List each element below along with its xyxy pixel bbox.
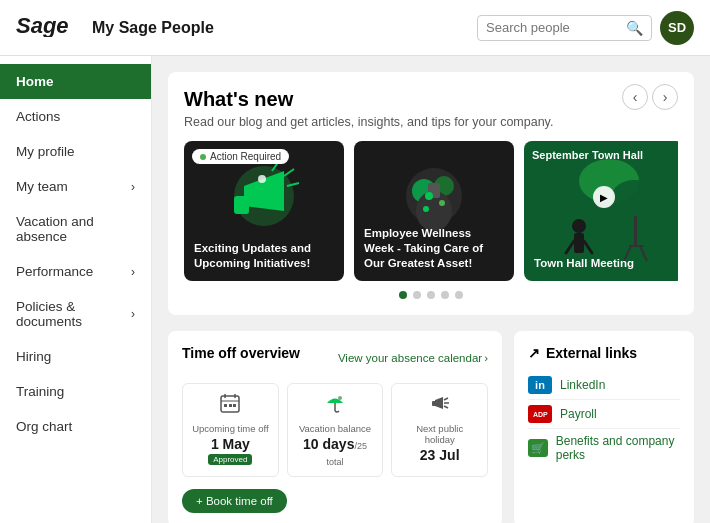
linkedin-link[interactable]: in LinkedIn (528, 371, 680, 400)
sidebar-item-orgchart[interactable]: Org chart (0, 409, 151, 444)
sidebar-item-policies[interactable]: Policies & documents › (0, 289, 151, 339)
svg-line-24 (584, 241, 592, 253)
dot-2[interactable] (413, 291, 421, 299)
svg-point-14 (425, 192, 433, 200)
sidebar-item-performance[interactable]: Performance › (0, 254, 151, 289)
sidebar-item-vacation[interactable]: Vacation and absence (0, 204, 151, 254)
svg-line-6 (284, 169, 294, 176)
play-icon[interactable]: ▶ (593, 186, 615, 208)
dot-5[interactable] (455, 291, 463, 299)
card-content-1: Exciting Updates and Upcoming Initiative… (194, 241, 334, 271)
time-off-section: Time off overview View your absence cale… (168, 331, 502, 523)
avatar[interactable]: SD (660, 11, 694, 45)
svg-rect-39 (432, 401, 436, 406)
sidebar-label-team: My team (16, 179, 68, 194)
carousel-nav: ‹ › (622, 84, 678, 110)
payroll-icon: ADP (528, 405, 552, 423)
whats-new-subtitle: Read our blog and get articles, insights… (184, 115, 553, 129)
sidebar-item-profile[interactable]: My profile (0, 134, 151, 169)
carousel-header: What's new Read our blog and get article… (184, 88, 678, 141)
svg-text:ADP: ADP (533, 411, 548, 418)
sidebar-item-home[interactable]: Home (0, 64, 151, 99)
card-item-2[interactable]: Employee Wellness Week - Taking Care of … (354, 141, 514, 281)
sidebar-label-training: Training (16, 384, 64, 399)
upcoming-value: 1 May (211, 436, 250, 452)
time-box-holiday: Next public holiday 23 Jul (391, 383, 488, 477)
svg-rect-25 (634, 216, 637, 246)
time-off-header: Time off overview View your absence cale… (182, 345, 488, 371)
dot-1[interactable] (399, 291, 407, 299)
payroll-label: Payroll (560, 407, 597, 421)
sidebar-label-home: Home (16, 74, 54, 89)
logo: Sage (16, 13, 68, 43)
view-absence-calendar-link[interactable]: View your absence calendar › (338, 352, 488, 364)
card-badge-1: Action Required (192, 149, 289, 164)
megaphone-icon (429, 392, 451, 419)
sidebar: Home Actions My profile My team › Vacati… (0, 56, 152, 523)
sidebar-item-actions[interactable]: Actions (0, 99, 151, 134)
sidebar-label-performance: Performance (16, 264, 93, 279)
sidebar-item-training[interactable]: Training (0, 374, 151, 409)
card-content-2: Employee Wellness Week - Taking Care of … (364, 226, 504, 271)
dot-4[interactable] (441, 291, 449, 299)
search-icon: 🔍 (626, 20, 643, 36)
layout: Home Actions My profile My team › Vacati… (0, 56, 710, 523)
card-item-1[interactable]: Action Required Exciting Updates and Upc (184, 141, 344, 281)
umbrella-icon (324, 392, 346, 419)
carousel-next-button[interactable]: › (652, 84, 678, 110)
perks-link[interactable]: 🛒 Benefits and company perks (528, 429, 680, 467)
card-label-3: Town Hall Meeting (534, 256, 674, 271)
sidebar-label-policies: Policies & documents (16, 299, 131, 329)
time-box-upcoming: Upcoming time off 1 May Approved (182, 383, 279, 477)
bottom-row: Time off overview View your absence cale… (168, 331, 694, 523)
svg-line-42 (444, 406, 448, 408)
time-box-vacation: Vacation balance 10 days/25 total (287, 383, 384, 477)
card-item-3[interactable]: ▶ September Town Hall Town Hall Meeting (524, 141, 678, 281)
card-label-1: Exciting Updates and Upcoming Initiative… (194, 241, 334, 271)
svg-rect-3 (234, 196, 249, 214)
badge-dot-1 (200, 154, 206, 160)
time-off-title: Time off overview (182, 345, 300, 361)
perks-label: Benefits and company perks (556, 434, 680, 462)
external-link-icon: ↗ (528, 345, 540, 361)
view-link-text: View your absence calendar (338, 352, 482, 364)
sidebar-label-profile: My profile (16, 144, 75, 159)
book-time-off-button[interactable]: + Book time off (182, 489, 287, 513)
sidebar-item-team[interactable]: My team › (0, 169, 151, 204)
cards-container: Action Required Exciting Updates and Upc (184, 141, 678, 281)
svg-marker-38 (435, 397, 443, 409)
svg-point-37 (338, 396, 342, 400)
sidebar-label-orgchart: Org chart (16, 419, 72, 434)
chevron-right-icon: › (131, 180, 135, 194)
arrow-right-icon: › (484, 352, 488, 364)
dot-3[interactable] (427, 291, 435, 299)
svg-point-21 (572, 219, 586, 233)
time-boxes: Upcoming time off 1 May Approved (182, 383, 488, 477)
logo-text: Sage (16, 13, 68, 43)
approved-badge: Approved (208, 454, 252, 465)
holiday-value: 23 Jul (420, 447, 460, 463)
app-title: My Sage People (92, 19, 214, 37)
search-box: 🔍 (477, 15, 652, 41)
search-input[interactable] (486, 20, 626, 35)
linkedin-icon: in (528, 376, 552, 394)
card-content-3: Town Hall Meeting (534, 256, 674, 271)
chevron-right-icon-3: › (131, 307, 135, 321)
svg-rect-22 (574, 233, 584, 253)
carousel-dots (184, 291, 678, 299)
svg-rect-33 (224, 404, 227, 407)
perks-icon: 🛒 (528, 439, 548, 457)
payroll-link[interactable]: ADP Payroll (528, 400, 680, 429)
holiday-label: Next public holiday (400, 423, 479, 445)
carousel-prev-button[interactable]: ‹ (622, 84, 648, 110)
card-overlay-title: September Town Hall (532, 149, 643, 162)
svg-line-40 (444, 398, 448, 400)
svg-point-4 (258, 175, 266, 183)
sidebar-item-hiring[interactable]: Hiring (0, 339, 151, 374)
upcoming-label: Upcoming time off (192, 423, 268, 434)
svg-line-23 (566, 241, 574, 253)
external-links-section: ↗ External links in LinkedIn ADP Payroll (514, 331, 694, 523)
svg-rect-35 (233, 404, 236, 407)
whats-new-title: What's new (184, 88, 553, 111)
card-label-2: Employee Wellness Week - Taking Care of … (364, 226, 504, 271)
